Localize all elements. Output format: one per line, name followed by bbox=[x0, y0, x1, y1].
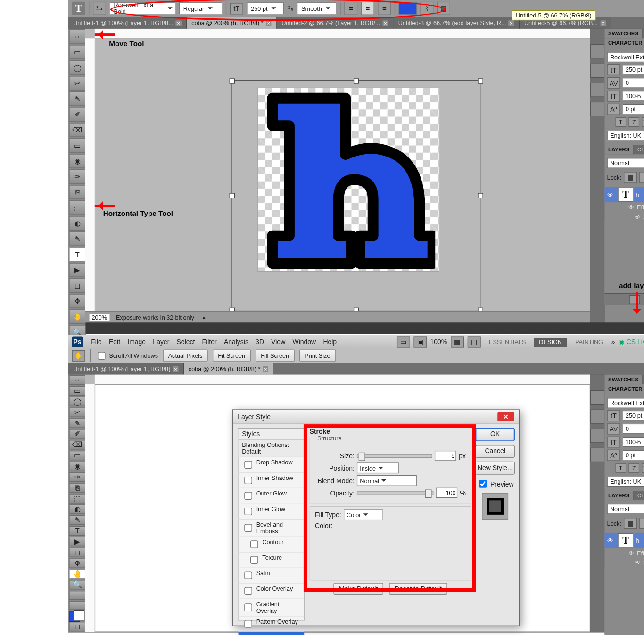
scroll-all-chk[interactable]: Scroll All Windows bbox=[95, 350, 158, 361]
position-select[interactable]: Inside bbox=[357, 462, 399, 473]
font-family-select[interactable]: Rockwell Extra Bold bbox=[110, 2, 176, 14]
btn-reset-default[interactable]: Reset to Default bbox=[389, 583, 447, 595]
tool-button[interactable] bbox=[69, 591, 86, 600]
arrange-icon[interactable]: ▣ bbox=[413, 336, 427, 347]
style-chk[interactable] bbox=[244, 508, 252, 516]
menu-edit[interactable]: Edit bbox=[105, 338, 124, 345]
layer-row[interactable]: 👁 T h fx ▾ bbox=[604, 533, 644, 548]
menu-filter[interactable]: Filter bbox=[198, 338, 220, 345]
char-vscale[interactable]: 100% bbox=[623, 437, 644, 447]
quickmask-icon[interactable]: ◻ bbox=[69, 622, 86, 631]
tool-button[interactable]: ✐ bbox=[69, 107, 86, 121]
char-font[interactable]: Rockwell Extra Bold bbox=[607, 398, 644, 408]
dock-icon[interactable] bbox=[590, 409, 604, 423]
faux-bold[interactable]: T bbox=[615, 463, 626, 473]
char-baseline[interactable]: 0 pt bbox=[623, 104, 644, 115]
tool-button[interactable]: ◻ bbox=[69, 548, 86, 557]
btn-print-size[interactable]: Print Size bbox=[299, 349, 336, 361]
tab-close-icon[interactable]: × bbox=[382, 20, 388, 26]
align-center-icon[interactable]: ≡ bbox=[361, 2, 374, 15]
tab-swatches[interactable]: SWATCHES bbox=[604, 375, 642, 384]
dock-icon[interactable] bbox=[590, 390, 604, 405]
fg-bg-colors[interactable] bbox=[69, 611, 84, 621]
size-slider[interactable] bbox=[357, 454, 432, 458]
ws-essentials[interactable]: ESSENTIALS bbox=[484, 337, 531, 346]
btn-fill-screen[interactable]: Fill Screen bbox=[256, 349, 295, 361]
char-size[interactable]: 250 pt bbox=[623, 411, 644, 421]
tab-close-icon[interactable]: × bbox=[600, 20, 606, 26]
char-kern[interactable]: 0 bbox=[623, 424, 644, 434]
tab-layers[interactable]: LAYERS bbox=[604, 145, 634, 154]
tool-button[interactable]: 🤚 bbox=[69, 309, 86, 323]
style-item[interactable]: Texture bbox=[239, 553, 305, 568]
char-size[interactable]: 250 pt bbox=[623, 65, 644, 75]
dock-icon[interactable] bbox=[590, 44, 604, 58]
tool-button[interactable]: ◯ bbox=[69, 397, 86, 406]
tool-button[interactable]: ✑ bbox=[69, 169, 86, 183]
tool-button[interactable]: ↔ bbox=[69, 29, 86, 43]
menu-image[interactable]: Image bbox=[124, 338, 149, 345]
ws-more-icon[interactable]: » bbox=[611, 338, 615, 345]
visibility-icon[interactable]: 👁 bbox=[604, 537, 615, 544]
tool-button[interactable]: ▶ bbox=[69, 537, 86, 546]
blendmode-select[interactable]: Normal bbox=[357, 475, 417, 486]
font-toggle-icon[interactable]: ⮀ bbox=[93, 2, 106, 15]
fx-line[interactable]: 👁Effects bbox=[604, 202, 644, 212]
style-chk[interactable] bbox=[244, 571, 252, 579]
char-kern[interactable]: 0 bbox=[623, 78, 644, 88]
tab-close-icon[interactable]: × bbox=[173, 366, 178, 372]
handle-n[interactable] bbox=[354, 78, 359, 83]
fx-stroke-line[interactable]: 👁Stroke bbox=[604, 212, 644, 221]
style-item[interactable]: Pattern Overlay bbox=[239, 617, 305, 632]
tool-button[interactable]: ◻ bbox=[69, 278, 86, 292]
view-icon[interactable]: ▤ bbox=[467, 336, 480, 347]
font-weight-select[interactable]: Regular bbox=[179, 2, 222, 14]
tool-button[interactable]: ▭ bbox=[69, 386, 86, 396]
style-item[interactable]: Color Overlay bbox=[239, 584, 305, 599]
menu-file[interactable]: File bbox=[88, 338, 106, 345]
zoom-field[interactable]: 200% bbox=[89, 314, 110, 322]
tab-close-icon[interactable]: × bbox=[263, 366, 269, 372]
style-item[interactable]: Contour bbox=[239, 537, 305, 553]
allcaps[interactable]: TT bbox=[642, 463, 644, 473]
lock-px-icon[interactable]: ▦ bbox=[624, 172, 637, 183]
ps-logo-icon[interactable]: Ps bbox=[72, 336, 83, 347]
style-chk[interactable] bbox=[244, 523, 252, 533]
blend-mode[interactable]: Normal bbox=[607, 504, 644, 514]
tool-button[interactable]: ◉ bbox=[69, 154, 86, 168]
menu-window[interactable]: Window bbox=[289, 338, 320, 345]
tool-button[interactable]: T bbox=[69, 247, 86, 261]
tool-button[interactable]: ▭ bbox=[69, 45, 86, 59]
tool-button[interactable]: ✥ bbox=[69, 294, 86, 308]
faux-bold[interactable]: T bbox=[615, 117, 626, 127]
tab-close-icon[interactable]: × bbox=[266, 20, 272, 26]
handle-e[interactable] bbox=[478, 193, 483, 198]
char-lang[interactable]: English: UK bbox=[607, 131, 644, 141]
btn-make-default[interactable]: Make Default bbox=[334, 583, 383, 595]
dock-icon[interactable] bbox=[590, 83, 604, 97]
char-panel-icon[interactable]: ▤ bbox=[437, 2, 450, 15]
tool-button[interactable]: ✂ bbox=[69, 76, 86, 90]
tool-button[interactable]: ↔ bbox=[69, 375, 86, 385]
lock-brush-icon[interactable]: ✎ bbox=[639, 172, 644, 183]
style-item[interactable]: Drop Shadow bbox=[239, 457, 305, 473]
layer-row[interactable]: 👁 T h fx ▾ bbox=[604, 187, 644, 202]
tab-swatches[interactable]: SWATCHES bbox=[604, 29, 642, 38]
size-input[interactable] bbox=[435, 451, 456, 461]
document-tab[interactable]: Untitled-1 @ 100% (Layer 1, RGB/8)× bbox=[68, 363, 184, 375]
filltype-select[interactable]: Color bbox=[344, 509, 383, 520]
style-item[interactable]: Gradient Overlay bbox=[239, 599, 305, 617]
style-chk[interactable] bbox=[244, 603, 252, 612]
tab-character[interactable]: CHARACTER bbox=[604, 384, 644, 394]
dock-icon[interactable] bbox=[590, 448, 604, 462]
tab-close-icon[interactable]: × bbox=[509, 20, 514, 26]
btn-fit-screen[interactable]: Fit Screen bbox=[213, 349, 251, 361]
btn-cancel[interactable]: Cancel bbox=[475, 445, 515, 458]
opacity-input[interactable] bbox=[436, 488, 458, 498]
menu-select[interactable]: Select bbox=[173, 338, 198, 345]
tool-button[interactable] bbox=[69, 601, 86, 610]
handle-w[interactable] bbox=[230, 193, 235, 198]
tool-button[interactable]: ✎ bbox=[69, 231, 86, 246]
char-baseline[interactable]: 0 pt bbox=[623, 450, 644, 461]
lock-px-icon[interactable]: ▦ bbox=[624, 518, 637, 529]
